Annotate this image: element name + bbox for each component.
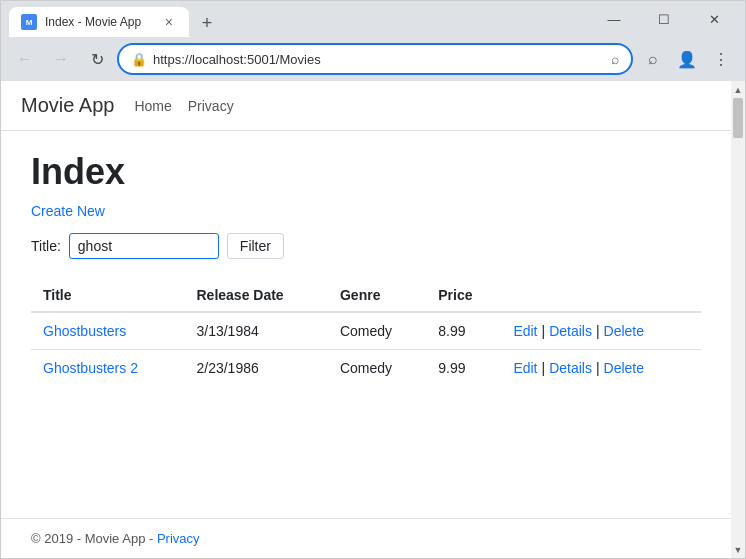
cell-title: Ghostbusters 2 <box>31 350 184 387</box>
col-title: Title <box>31 279 184 312</box>
page-area: Movie App Home Privacy Index Create New … <box>1 81 745 558</box>
window-controls: — ☐ ✕ <box>591 1 737 37</box>
title-bar: M Index - Movie App × + — ☐ ✕ <box>1 1 745 37</box>
search-button[interactable]: ⌕ <box>637 43 669 75</box>
table-body: Ghostbusters 3/13/1984 Comedy 8.99 Edit … <box>31 312 701 386</box>
page-footer: © 2019 - Movie App - Privacy <box>1 518 731 558</box>
tab-title: Index - Movie App <box>45 15 153 29</box>
search-icon: ⌕ <box>611 51 619 67</box>
col-price: Price <box>426 279 501 312</box>
nav-home[interactable]: Home <box>134 98 171 114</box>
sep2-1: | <box>596 360 600 376</box>
table-row: Ghostbusters 3/13/1984 Comedy 8.99 Edit … <box>31 312 701 350</box>
new-tab-button[interactable]: + <box>193 9 221 37</box>
app-header: Movie App Home Privacy <box>1 81 731 131</box>
delete-link-0[interactable]: Delete <box>604 323 644 339</box>
toolbar-icons: ⌕ 👤 ⋮ <box>637 43 737 75</box>
scroll-up-button[interactable]: ▲ <box>731 81 745 98</box>
cell-title: Ghostbusters <box>31 312 184 350</box>
col-actions <box>501 279 701 312</box>
forward-button[interactable]: → <box>45 43 77 75</box>
cell-genre: Comedy <box>328 312 426 350</box>
details-link-0[interactable]: Details <box>549 323 592 339</box>
menu-button[interactable]: ⋮ <box>705 43 737 75</box>
cell-actions: Edit | Details | Delete <box>501 312 701 350</box>
cell-release-date: 3/13/1984 <box>184 312 327 350</box>
reload-button[interactable]: ↻ <box>81 43 113 75</box>
cell-release-date: 2/23/1986 <box>184 350 327 387</box>
cell-genre: Comedy <box>328 350 426 387</box>
sep1-0: | <box>542 323 546 339</box>
edit-link-0[interactable]: Edit <box>513 323 537 339</box>
tab-area: M Index - Movie App × + <box>9 1 583 37</box>
filter-button[interactable]: Filter <box>227 233 284 259</box>
main-content: Index Create New Title: Filter Title Rel… <box>1 131 731 518</box>
scroll-down-button[interactable]: ▼ <box>731 541 745 558</box>
app-nav: Home Privacy <box>134 98 233 114</box>
sep1-1: | <box>542 360 546 376</box>
url-text: https://localhost:5001/Movies <box>153 52 605 67</box>
minimize-button[interactable]: — <box>591 1 637 37</box>
delete-link-1[interactable]: Delete <box>604 360 644 376</box>
page-content: Movie App Home Privacy Index Create New … <box>1 81 731 558</box>
nav-privacy[interactable]: Privacy <box>188 98 234 114</box>
sep2-0: | <box>596 323 600 339</box>
address-bar: ← → ↻ 🔒 https://localhost:5001/Movies ⌕ … <box>1 37 745 81</box>
table-row: Ghostbusters 2 2/23/1986 Comedy 9.99 Edi… <box>31 350 701 387</box>
table-header-row: Title Release Date Genre Price <box>31 279 701 312</box>
footer-privacy-link[interactable]: Privacy <box>157 531 200 546</box>
tab-close-button[interactable]: × <box>161 13 177 31</box>
movies-table: Title Release Date Genre Price Ghostbust… <box>31 279 701 386</box>
col-release-date: Release Date <box>184 279 327 312</box>
col-genre: Genre <box>328 279 426 312</box>
edit-link-1[interactable]: Edit <box>513 360 537 376</box>
filter-label: Title: <box>31 238 61 254</box>
tab-favicon: M <box>21 14 37 30</box>
cell-actions: Edit | Details | Delete <box>501 350 701 387</box>
scroll-thumb[interactable] <box>733 98 743 138</box>
close-button[interactable]: ✕ <box>691 1 737 37</box>
cell-price: 9.99 <box>426 350 501 387</box>
url-bar[interactable]: 🔒 https://localhost:5001/Movies ⌕ <box>117 43 633 75</box>
footer-text: © 2019 - Movie App - <box>31 531 157 546</box>
cell-price: 8.99 <box>426 312 501 350</box>
active-tab[interactable]: M Index - Movie App × <box>9 7 189 37</box>
title-filter-input[interactable] <box>69 233 219 259</box>
app-brand: Movie App <box>21 94 114 117</box>
browser-window: M Index - Movie App × + — ☐ ✕ ← → ↻ 🔒 ht… <box>0 0 746 559</box>
lock-icon: 🔒 <box>131 52 147 67</box>
table-header: Title Release Date Genre Price <box>31 279 701 312</box>
maximize-button[interactable]: ☐ <box>641 1 687 37</box>
filter-form: Title: Filter <box>31 233 701 259</box>
page-heading: Index <box>31 151 701 193</box>
scroll-track[interactable] <box>731 98 745 541</box>
create-new-link[interactable]: Create New <box>31 203 105 219</box>
details-link-1[interactable]: Details <box>549 360 592 376</box>
profile-button[interactable]: 👤 <box>671 43 703 75</box>
scrollbar: ▲ ▼ <box>731 81 745 558</box>
back-button[interactable]: ← <box>9 43 41 75</box>
